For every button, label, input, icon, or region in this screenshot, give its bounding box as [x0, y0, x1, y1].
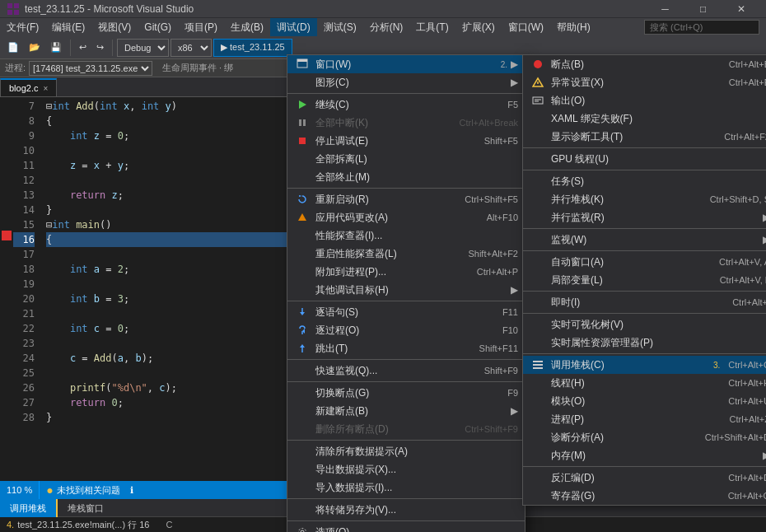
process-selector[interactable]: [17468] test_23.11.25.exe [29, 61, 152, 76]
export-datatips-label: 导出数据提示(X)... [315, 463, 518, 477]
menu-graphics-item[interactable]: 图形(C) ▶ [287, 73, 525, 91]
menu-detach-all-item[interactable]: 全部拆离(L) [287, 150, 525, 168]
window-autos-item[interactable]: 自动窗口(A) Ctrl+Alt+V, A [523, 253, 766, 271]
window-icon [294, 58, 311, 70]
window-disassembly-item[interactable]: 反汇编(D) Ctrl+Alt+D [523, 469, 766, 487]
menu-test[interactable]: 测试(S) [317, 18, 363, 36]
window-locals-item[interactable]: 局部变量(L) Ctrl+Alt+V, L [523, 271, 766, 289]
window-processes-item[interactable]: 进程(P) Ctrl+Alt+Z [523, 410, 766, 428]
sep-7 [287, 498, 525, 499]
menu-options-item[interactable]: 选项(O)... [287, 523, 525, 532]
disassembly-shortcut: Ctrl+Alt+D [728, 473, 766, 483]
menu-analyze[interactable]: 分析(N) [363, 18, 410, 36]
window-tasks-item[interactable]: 任务(S) [523, 172, 766, 190]
menu-step-over-item[interactable]: 逐过程(O) F10 [287, 321, 525, 339]
menu-perf-profiler-item[interactable]: 性能探查器(I)... [287, 226, 525, 245]
svg-marker-6 [299, 100, 306, 109]
window-memory-item[interactable]: 内存(M) ▶ [523, 446, 766, 464]
menu-clear-datatips-item[interactable]: 清除所有数据提示(A) [287, 442, 525, 460]
close-window-button[interactable]: ✕ [722, 0, 759, 18]
menu-continue-item[interactable]: 继续(C) F5 [287, 96, 525, 114]
menu-attach-process-item[interactable]: 附加到进程(P)... Ctrl+Alt+P [287, 263, 525, 281]
window-diag-tools-item[interactable]: 显示诊断工具(T) Ctrl+Alt+F2 [523, 128, 766, 146]
menu-help[interactable]: 帮助(H) [550, 18, 597, 36]
step-into-icon [294, 307, 311, 317]
menu-git[interactable]: Git(G) [138, 18, 178, 36]
window-parallel-stacks-item[interactable]: 并行堆栈(K) Ctrl+Shift+D, S [523, 190, 766, 208]
line-numbers: 7 8 9 10 11 12 13 14 15 16 17 18 19 20 2… [13, 97, 40, 481]
window-diag-analysis-item[interactable]: 诊断分析(A) Ctrl+Shift+Alt+D [523, 428, 766, 446]
line-num-19: 19 [13, 277, 35, 292]
maximize-button[interactable]: □ [684, 0, 722, 18]
locals-shortcut: Ctrl+Alt+V, L [720, 275, 766, 285]
menu-other-targets-item[interactable]: 其他调试目标(H) ▶ [287, 281, 525, 299]
window-breakpoints-item[interactable]: 断点(B) Ctrl+Alt+B [523, 55, 766, 73]
toolbar-sep-1 [70, 40, 71, 56]
line-num-22: 22 [13, 321, 35, 336]
window-watch-item[interactable]: 监视(W) ▶ [523, 231, 766, 249]
menu-debug[interactable]: 调试(D) [270, 18, 317, 36]
menu-delete-all-bp-item[interactable]: 删除所有断点(D) Ctrl+Shift+F9 [287, 420, 525, 438]
menu-window-item[interactable]: 窗口(W) 2. ▶ [287, 55, 525, 73]
line-num-25: 25 [13, 366, 35, 380]
menu-restart-item[interactable]: 重新启动(R) Ctrl+Shift+F5 [287, 190, 525, 208]
svg-marker-17 [300, 344, 305, 348]
processes-label: 进程(P) [551, 413, 722, 427]
window-xaml-item[interactable]: XAML 绑定失败(F) [523, 110, 766, 128]
menu-window[interactable]: 窗口(W) [502, 18, 550, 36]
search-input[interactable] [644, 20, 759, 35]
svg-rect-9 [299, 138, 306, 144]
menu-quick-watch-item[interactable]: 快速监视(Q)... Shift+F9 [287, 362, 525, 380]
tab-stack-window[interactable]: 堆栈窗口 [58, 499, 114, 517]
minimize-button[interactable]: ─ [647, 0, 684, 18]
menu-extensions[interactable]: 扩展(X) [455, 18, 502, 36]
exception-shortcut: Ctrl+Alt+E [729, 77, 766, 87]
autos-label: 自动窗口(A) [551, 255, 712, 269]
window-gpu-item[interactable]: GPU 线程(U) [523, 150, 766, 168]
window-vis-prop-item[interactable]: 实时属性资源管理器(P) [523, 334, 766, 352]
window-callstack-item[interactable]: 调用堆栈(C) 3. Ctrl+Alt+C [523, 356, 766, 374]
window-threads-item[interactable]: 线程(H) Ctrl+Alt+H [523, 374, 766, 392]
menu-apply-code-item[interactable]: 应用代码更改(A) Alt+F10 [287, 208, 525, 226]
window-modules-item[interactable]: 模块(O) Ctrl+Alt+U [523, 392, 766, 410]
menu-terminate-all-item[interactable]: 全部终止(M) [287, 168, 525, 186]
platform-dropdown[interactable]: x86 [170, 39, 212, 57]
menu-export-datatips-item[interactable]: 导出数据提示(X)... [287, 460, 525, 478]
menu-save-dump-item[interactable]: 将转储另存为(V)... [287, 501, 525, 519]
menu-stop-debug-item[interactable]: 停止调试(E) Shift+F5 [287, 132, 525, 150]
window-output-item[interactable]: 输出(O) [523, 91, 766, 110]
toolbar-undo[interactable]: ↩ [75, 39, 91, 57]
menu-step-into-item[interactable]: 逐语句(S) F11 [287, 303, 525, 321]
menu-view[interactable]: 视图(V) [91, 18, 138, 36]
restart-profiler-shortcut: Shift+Alt+F2 [468, 249, 518, 259]
window-exception-item[interactable]: 异常设置(X) Ctrl+Alt+E [523, 73, 766, 91]
menu-new-bp-item[interactable]: 新建断点(B) ▶ [287, 402, 525, 420]
menu-build[interactable]: 生成(B) [224, 18, 270, 36]
menu-toggle-bp-item[interactable]: 切换断点(G) F9 [287, 384, 525, 402]
menu-restart-profiler-item[interactable]: 重启性能探查器(L) Shift+Alt+F2 [287, 245, 525, 263]
tab-close-icon[interactable]: × [43, 84, 48, 93]
window-vis-tree-item[interactable]: 实时可视化树(V) [523, 315, 766, 334]
menu-import-datatips-item[interactable]: 导入数据提示(I)... [287, 478, 525, 497]
modules-label: 模块(O) [551, 394, 722, 408]
toolbar-redo[interactable]: ↪ [92, 39, 108, 57]
toolbar-new[interactable]: 📄 [3, 39, 23, 57]
window-immediate-item[interactable]: 即时(I) Ctrl+Alt+I [523, 293, 766, 311]
menu-step-out-item[interactable]: 跳出(T) Shift+F11 [287, 339, 525, 357]
debug-config-dropdown[interactable]: Debug [117, 39, 169, 57]
menu-tools[interactable]: 工具(T) [409, 18, 455, 36]
menu-break-all-item[interactable]: 全部中断(K) Ctrl+Alt+Break [287, 114, 525, 132]
delete-all-bp-label: 删除所有断点(D) [315, 422, 458, 436]
gpu-label: GPU 线程(U) [551, 152, 766, 166]
line-num-20: 20 [13, 292, 35, 306]
tab-call-stack[interactable]: 调用堆栈 [0, 499, 58, 517]
window-registers-item[interactable]: 寄存器(G) Ctrl+Alt+G [523, 487, 766, 505]
toolbar-save[interactable]: 💾 [46, 39, 66, 57]
window-parallel-watch-item[interactable]: 并行监视(R) ▶ [523, 208, 766, 226]
menu-edit[interactable]: 编辑(E) [45, 18, 91, 36]
tab-blog2c[interactable]: blog2.c × [0, 78, 57, 96]
menu-file[interactable]: 文件(F) [0, 18, 45, 36]
menu-project[interactable]: 项目(P) [178, 18, 224, 36]
toolbar-start-debug[interactable]: ▶ test_23.11.25 [213, 39, 292, 57]
toolbar-open[interactable]: 📂 [25, 39, 44, 57]
